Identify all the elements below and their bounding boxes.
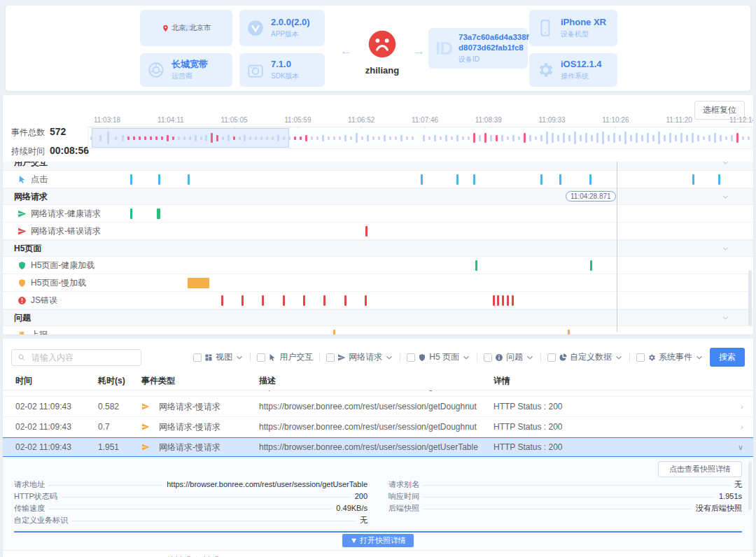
density-tick <box>400 135 402 141</box>
search-button[interactable]: 搜索 <box>710 348 745 367</box>
event-mark[interactable] <box>323 295 326 306</box>
track-group-header[interactable]: 网络请求 <box>3 188 753 205</box>
event-mark[interactable] <box>188 174 190 185</box>
dotted-leader <box>72 521 356 521</box>
density-tick <box>613 133 615 143</box>
column-header: 时间 <box>15 375 98 387</box>
density-tick <box>389 136 391 140</box>
track-label: 网络请求 <box>14 191 48 203</box>
filter-item[interactable]: 用户交互 <box>257 351 313 363</box>
track-group-header[interactable]: H5页面 <box>3 240 753 257</box>
filter-checkbox[interactable] <box>193 353 202 362</box>
timeline-scrollbar[interactable] <box>748 270 752 326</box>
detail-field-label: 请求别名 <box>388 479 419 490</box>
chevron-down-icon[interactable] <box>722 162 729 167</box>
expand-row-icon[interactable]: › <box>729 402 753 411</box>
app-version-label: APP版本 <box>271 29 310 39</box>
filter-item[interactable]: 网络请求 <box>326 351 393 363</box>
event-density-strip[interactable] <box>88 128 752 149</box>
event-mark[interactable] <box>512 295 514 306</box>
event-mark[interactable] <box>540 174 542 185</box>
density-tick <box>412 136 414 140</box>
event-mark[interactable] <box>344 295 346 306</box>
event-mark[interactable] <box>692 174 694 185</box>
filter-item[interactable]: 系统事件 <box>636 351 704 363</box>
event-mark[interactable] <box>475 260 477 271</box>
event-mark[interactable] <box>158 174 160 185</box>
chevron-down-icon[interactable] <box>722 314 729 322</box>
chevron-down-icon <box>385 353 393 362</box>
density-tick <box>440 136 442 140</box>
cursor-tooltip: 11:04:28.871 <box>566 191 616 202</box>
table-row[interactable]: 02-02 11:09:430.7网络请求-慢请求https://browser… <box>3 417 753 437</box>
density-tick <box>451 136 453 140</box>
track-row: H5页面-健康加载 <box>3 257 753 274</box>
filter-checkbox[interactable] <box>484 353 492 362</box>
detail-field-label: 传输速度 <box>14 503 45 514</box>
event-mark[interactable] <box>590 260 592 271</box>
event-mark[interactable] <box>589 174 592 185</box>
event-mark[interactable] <box>718 174 720 185</box>
track-group-header[interactable]: 问题 <box>3 309 753 326</box>
filter-item[interactable]: 视图 <box>193 351 244 363</box>
track-group-header[interactable]: 用户交互 <box>3 162 753 171</box>
search-box[interactable] <box>11 349 141 366</box>
chevron-down-icon <box>615 353 623 362</box>
filter-checkbox[interactable] <box>547 353 556 362</box>
table-row[interactable]: 02-02 11:09:441.896网络请求-慢请求https://brows… <box>3 551 753 557</box>
filter-item[interactable]: H5 页面 <box>407 351 470 363</box>
event-mark[interactable] <box>473 174 475 185</box>
expand-row-icon[interactable]: › <box>729 423 753 431</box>
event-mark[interactable] <box>559 174 561 185</box>
axis-tick-label: 11:09:33 <box>539 116 566 124</box>
event-mark[interactable] <box>241 295 244 306</box>
search-input[interactable] <box>30 352 135 363</box>
event-mark[interactable] <box>507 295 509 306</box>
filter-checkbox[interactable] <box>636 353 645 362</box>
density-tick <box>305 135 307 141</box>
density-tick <box>479 135 481 141</box>
event-mark[interactable] <box>502 295 504 306</box>
filter-checkbox[interactable] <box>257 353 265 362</box>
open-snapshot-button[interactable]: ▼ 打开快照详情 <box>342 534 414 547</box>
event-mark[interactable] <box>188 278 209 288</box>
event-mark[interactable] <box>221 295 223 306</box>
event-mark[interactable] <box>421 174 423 185</box>
column-header: 描述 <box>259 375 493 387</box>
filter-item[interactable]: 问题 <box>484 351 534 363</box>
chevron-down-icon[interactable] <box>722 245 729 253</box>
event-mark[interactable] <box>157 209 160 219</box>
density-tick <box>90 136 92 140</box>
density-tick <box>686 135 688 141</box>
event-mark[interactable] <box>130 209 132 219</box>
event-mark[interactable] <box>262 295 264 306</box>
filter-item[interactable]: 自定义数据 <box>547 351 623 363</box>
event-mark[interactable] <box>130 174 132 185</box>
table-row[interactable]: 02-02 11:09:431.951网络请求-慢请求https://brows… <box>3 437 753 457</box>
event-mark[interactable] <box>283 295 285 306</box>
event-mark[interactable] <box>365 226 368 237</box>
density-tick <box>524 133 526 143</box>
detail-field: 传输速度0.49KB/s <box>14 503 368 515</box>
view-snapshot-button[interactable]: 点击查看快照详情 <box>658 461 742 477</box>
event-mark[interactable] <box>493 295 495 306</box>
event-mark[interactable] <box>333 330 335 334</box>
collapse-row-icon[interactable]: ∨ <box>729 443 753 452</box>
os-value: iOS12.1.4 <box>561 59 602 71</box>
timeline-card: 选框复位 事件总数572 持续时间00:08:56 11:03:1811:04:… <box>3 95 753 334</box>
filter-checkbox[interactable] <box>326 353 335 362</box>
user-name: zhiliang <box>353 65 412 76</box>
density-tick <box>596 133 598 143</box>
table-scrollbar[interactable] <box>748 461 752 510</box>
sad-face-icon <box>368 29 397 59</box>
divider <box>250 353 251 362</box>
event-mark[interactable] <box>303 295 305 306</box>
density-tick <box>546 132 548 144</box>
event-mark[interactable] <box>365 295 367 306</box>
event-mark[interactable] <box>568 330 570 334</box>
table-row[interactable]: 02-02 11:09:430.582网络请求-慢请求https://brows… <box>3 397 753 417</box>
chevron-down-icon[interactable] <box>722 193 729 201</box>
event-mark[interactable] <box>497 295 499 306</box>
event-mark[interactable] <box>456 174 458 185</box>
filter-checkbox[interactable] <box>407 353 415 362</box>
